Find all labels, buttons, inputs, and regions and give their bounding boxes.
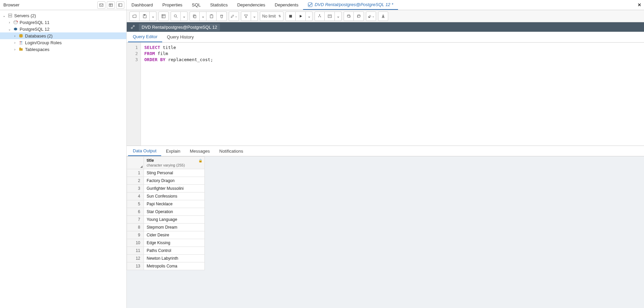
tree-pg11[interactable]: › PostgreSQL 11 bbox=[0, 19, 126, 26]
table-row[interactable]: 4Sun Confessions bbox=[127, 192, 205, 200]
stop-button[interactable] bbox=[286, 11, 296, 21]
cell-title[interactable]: Sting Personal bbox=[144, 169, 205, 177]
chevron-right-icon: › bbox=[13, 48, 17, 51]
execute-button[interactable] bbox=[296, 11, 306, 21]
save-dropdown[interactable]: ⌄ bbox=[150, 11, 156, 21]
cell-title[interactable]: Cider Desire bbox=[144, 231, 205, 239]
tab-explain[interactable]: Explain bbox=[161, 146, 185, 156]
table-row[interactable]: 7Young Language bbox=[127, 216, 205, 224]
tree-roles-label: Login/Group Roles bbox=[25, 40, 61, 45]
tab-query-history[interactable]: Query History bbox=[162, 32, 198, 42]
delete-button[interactable] bbox=[217, 11, 227, 21]
filter-dropdown[interactable]: ⌄ bbox=[251, 11, 258, 21]
tree-tablespaces[interactable]: › Tablespaces bbox=[0, 46, 126, 53]
tab-close-button[interactable]: ✕ bbox=[635, 0, 644, 10]
paste-button[interactable] bbox=[206, 11, 217, 21]
column-header-title[interactable]: title character varying (255) 🔒 bbox=[144, 157, 205, 169]
table-row[interactable]: 12Newton Labyrinth bbox=[127, 255, 205, 262]
tab-statistics[interactable]: Statistics bbox=[205, 0, 232, 10]
tree-roles[interactable]: › Login/Group Roles bbox=[0, 39, 126, 46]
clear-button[interactable]: ⌄ bbox=[366, 11, 376, 21]
cell-title[interactable]: Star Operation bbox=[144, 208, 205, 216]
save-button[interactable] bbox=[140, 11, 150, 21]
table-row[interactable]: 8Stepmom Dream bbox=[127, 224, 205, 231]
table-row[interactable]: 2Factory Dragon bbox=[127, 177, 205, 185]
row-number[interactable]: 6 bbox=[127, 208, 144, 216]
browser-btn-3[interactable] bbox=[116, 1, 124, 9]
rollback-button[interactable] bbox=[354, 11, 364, 21]
table-row[interactable]: 6Star Operation bbox=[127, 208, 205, 216]
tab-sql[interactable]: SQL bbox=[187, 0, 205, 10]
tab-properties[interactable]: Properties bbox=[158, 0, 187, 10]
cell-title[interactable]: Newton Labyrinth bbox=[144, 255, 205, 262]
table-row[interactable]: 11Paths Control bbox=[127, 247, 205, 255]
row-number[interactable]: 9 bbox=[127, 231, 144, 239]
cell-title[interactable]: Factory Dragon bbox=[144, 177, 205, 185]
code-area[interactable]: SELECT titleFROM filmORDER BY replacemen… bbox=[141, 43, 644, 146]
tab-dependencies[interactable]: Dependencies bbox=[232, 0, 270, 10]
chevron-right-icon: › bbox=[7, 21, 11, 24]
table-row[interactable]: 1Sting Personal bbox=[127, 169, 205, 177]
download-button[interactable] bbox=[378, 11, 388, 21]
tab-data-output[interactable]: Data Output bbox=[128, 146, 161, 156]
row-number[interactable]: 12 bbox=[127, 255, 144, 262]
browser-panel-title: Browser bbox=[3, 2, 20, 7]
row-number[interactable]: 5 bbox=[127, 200, 144, 208]
execute-dropdown[interactable]: ⌄ bbox=[306, 11, 313, 21]
table-row[interactable]: 10Edge Kissing bbox=[127, 239, 205, 247]
find-button[interactable] bbox=[171, 11, 181, 21]
commit-button[interactable] bbox=[344, 11, 354, 21]
tab-notifications[interactable]: Notifications bbox=[215, 146, 248, 156]
table-row[interactable]: 5Papi Necklace bbox=[127, 200, 205, 208]
table-row[interactable]: 9Cider Desire bbox=[127, 231, 205, 239]
row-number[interactable]: 2 bbox=[127, 177, 144, 185]
tree-pg12-label: PostgreSQL 12 bbox=[20, 27, 49, 32]
svg-rect-36 bbox=[369, 17, 370, 18]
tree-servers[interactable]: ⌄ Servers (2) bbox=[0, 12, 126, 19]
result-grid[interactable]: title character varying (255) 🔒 1Sting P… bbox=[127, 156, 644, 308]
row-header-corner[interactable] bbox=[127, 157, 144, 169]
explain-dropdown[interactable]: ⌄ bbox=[335, 11, 342, 21]
tab-query-tool[interactable]: DVD Rental/postgres@PostgreSQL 12 * bbox=[303, 0, 398, 10]
sql-editor[interactable]: 123 SELECT titleFROM filmORDER BY replac… bbox=[127, 43, 644, 146]
cell-title[interactable]: Sun Confessions bbox=[144, 192, 205, 200]
row-number[interactable]: 1 bbox=[127, 169, 144, 177]
elephant-icon bbox=[13, 26, 18, 32]
cell-title[interactable]: Young Language bbox=[144, 216, 205, 224]
cell-title[interactable]: Gunfighter Mussolini bbox=[144, 185, 205, 192]
find-dropdown[interactable]: ⌄ bbox=[181, 11, 188, 21]
browser-btn-2[interactable] bbox=[107, 1, 115, 9]
edit-grid-button[interactable] bbox=[158, 11, 169, 21]
explain-button[interactable] bbox=[315, 11, 325, 21]
cell-title[interactable]: Papi Necklace bbox=[144, 200, 205, 208]
tab-query-editor[interactable]: Query Editor bbox=[128, 32, 162, 42]
limit-select[interactable]: No limit ⇅ bbox=[260, 11, 283, 21]
table-row[interactable]: 13Metropolis Coma bbox=[127, 262, 205, 270]
table-row[interactable]: 3Gunfighter Mussolini bbox=[127, 185, 205, 192]
open-file-button[interactable] bbox=[129, 11, 140, 21]
tree-pg11-label: PostgreSQL 11 bbox=[20, 20, 49, 25]
tab-dependents[interactable]: Dependents bbox=[270, 0, 303, 10]
cell-title[interactable]: Stepmom Dream bbox=[144, 224, 205, 231]
copy-button[interactable] bbox=[190, 11, 200, 21]
copy-dropdown[interactable]: ⌄ bbox=[200, 11, 206, 21]
row-number[interactable]: 7 bbox=[127, 216, 144, 224]
row-number[interactable]: 11 bbox=[127, 247, 144, 255]
tree-pg12[interactable]: ⌄ PostgreSQL 12 bbox=[0, 26, 126, 32]
tab-messages[interactable]: Messages bbox=[185, 146, 215, 156]
row-number[interactable]: 8 bbox=[127, 224, 144, 231]
filter-button[interactable] bbox=[241, 11, 251, 21]
tab-dashboard[interactable]: Dashboard bbox=[127, 0, 158, 10]
row-number[interactable]: 4 bbox=[127, 192, 144, 200]
tree-databases[interactable]: › Databases (2) bbox=[0, 32, 126, 39]
explain-analyze-button[interactable] bbox=[325, 11, 335, 21]
edit-button[interactable]: ⌄ bbox=[229, 11, 239, 21]
cell-title[interactable]: Paths Control bbox=[144, 247, 205, 255]
cell-title[interactable]: Metropolis Coma bbox=[144, 262, 205, 270]
cell-title[interactable]: Edge Kissing bbox=[144, 239, 205, 247]
row-number[interactable]: 3 bbox=[127, 185, 144, 192]
browser-btn-1[interactable] bbox=[97, 1, 105, 9]
row-number[interactable]: 13 bbox=[127, 262, 144, 270]
row-number[interactable]: 10 bbox=[127, 239, 144, 247]
connection-status-icon[interactable] bbox=[129, 24, 136, 30]
